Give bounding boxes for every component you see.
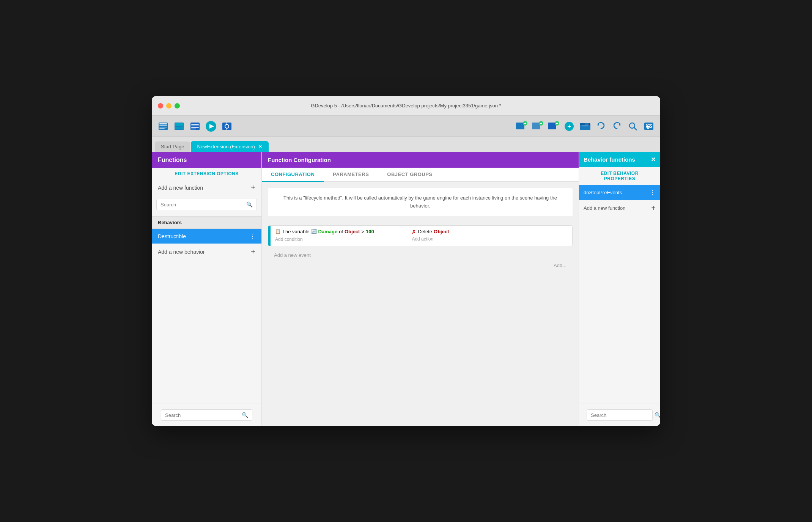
search-input-functions[interactable]: [161, 202, 246, 208]
toolbar-icon-scene[interactable]: [156, 119, 170, 133]
tab-object-groups[interactable]: OBJECT GROUPS: [378, 168, 441, 181]
svg-rect-3: [159, 127, 167, 127]
svg-rect-33: [582, 126, 588, 126]
add-event-link[interactable]: Add a new event: [268, 249, 573, 261]
event-actions: ✗ Delete Object Add action: [407, 226, 572, 246]
condition-var-icon: 📋: [275, 229, 281, 234]
svg-rect-4: [159, 128, 165, 129]
svg-text:+: +: [567, 123, 571, 129]
maximize-window-button[interactable]: [175, 103, 180, 108]
panel-left-footer-search: 🔍: [152, 404, 261, 426]
search-input-behavior-functions[interactable]: [591, 412, 655, 418]
search-icon-functions: 🔍: [246, 201, 253, 208]
add-function-plus-icon: +: [251, 183, 255, 192]
condition-object-text: Object: [345, 229, 360, 234]
behavior-func-menu-icon[interactable]: ⋮: [650, 189, 656, 196]
window-title: GDevelop 5 - /Users/florian/Documents/GD…: [311, 103, 501, 108]
toolbar-redo[interactable]: [610, 119, 624, 133]
minimize-window-button[interactable]: [166, 103, 172, 108]
svg-point-38: [629, 123, 635, 128]
titlebar: GDevelop 5 - /Users/florian/Documents/GD…: [152, 96, 660, 116]
function-config-header: Function Configuration: [262, 152, 579, 168]
event-conditions: 📋 The variable 🔄 Damage of Object > 100 …: [271, 226, 407, 246]
config-tabs: CONFIGURATION PARAMETERS OBJECT GROUPS: [262, 168, 579, 182]
do-step-pre-events-item[interactable]: doStepPreEvents ⋮: [579, 185, 660, 200]
play-button[interactable]: [204, 119, 218, 133]
functions-panel: Functions EDIT EXTENSION OPTIONS Add a n…: [152, 152, 262, 426]
add-condition-link[interactable]: Add condition: [275, 236, 402, 243]
function-config-panel: Function Configuration CONFIGURATION PAR…: [262, 152, 579, 426]
toolbar-preferences[interactable]: [642, 119, 656, 133]
behavior-menu-icon[interactable]: ⋮: [249, 233, 255, 240]
tab-parameters[interactable]: PARAMETERS: [324, 168, 378, 181]
action-object-text: Object: [434, 229, 449, 234]
toolbar-add-scene[interactable]: +: [515, 119, 528, 133]
edit-behavior-properties-link[interactable]: EDIT BEHAVIORPROPERTIES: [579, 167, 660, 185]
events-area: 📋 The variable 🔄 Damage of Object > 100 …: [262, 222, 579, 426]
svg-rect-32: [580, 123, 585, 125]
behavior-functions-panel: Behavior functions ✕ EDIT BEHAVIORPROPER…: [579, 152, 660, 426]
add-behavior-function-row[interactable]: Add a new function +: [579, 200, 660, 216]
tab-close-button[interactable]: ✕: [258, 143, 263, 149]
main-content: Functions EDIT EXTENSION OPTIONS Add a n…: [152, 152, 660, 426]
search-icon-behavior-functions: 🔍: [655, 412, 660, 418]
svg-rect-11: [191, 126, 199, 126]
toolbar: + + + +: [152, 116, 660, 137]
condition-arrow-icon: 🔄: [311, 229, 317, 234]
toolbar-add-resource[interactable]: +: [562, 119, 576, 133]
toolbar-search[interactable]: [626, 119, 640, 133]
close-behavior-panel-button[interactable]: ✕: [651, 156, 656, 163]
action-item[interactable]: ✗ Delete Object: [412, 229, 568, 235]
svg-text:+: +: [540, 121, 542, 126]
svg-rect-6: [175, 123, 183, 126]
tabs-bar: Start Page NewExtension (Extension) ✕: [152, 137, 660, 152]
svg-point-45: [650, 126, 651, 127]
toolbar-icon-layout[interactable]: [172, 119, 186, 133]
panel-right-footer: 🔍: [579, 404, 660, 426]
condition-damage-text: Damage: [318, 229, 338, 234]
toolbar-add-external[interactable]: +: [530, 119, 544, 133]
add-behavior-row[interactable]: Add a new behavior +: [152, 244, 261, 260]
action-delete-icon: ✗: [412, 229, 416, 235]
behavior-functions-header: Behavior functions ✕: [579, 152, 660, 167]
svg-point-44: [647, 124, 648, 126]
search-input-footer-left[interactable]: [165, 412, 242, 418]
tab-start-page[interactable]: Start Page: [155, 142, 190, 152]
functions-panel-header: Functions: [152, 152, 261, 168]
toolbar-icon-debug[interactable]: [220, 119, 234, 133]
search-box-behavior-functions: 🔍: [587, 409, 653, 421]
search-box-footer-left: 🔍: [161, 409, 252, 421]
add-behavior-plus-icon: +: [251, 247, 255, 256]
add-action-link[interactable]: Add action: [412, 236, 568, 242]
toolbar-add-events[interactable]: +: [546, 119, 560, 133]
svg-text:+: +: [524, 121, 526, 126]
toolbar-undo[interactable]: [594, 119, 608, 133]
svg-rect-13: [191, 129, 196, 129]
add-dots-link[interactable]: Add...: [268, 261, 573, 270]
svg-rect-2: [159, 125, 167, 126]
svg-rect-1: [159, 123, 167, 124]
add-behavior-function-plus-icon: +: [651, 204, 656, 212]
svg-point-46: [647, 127, 649, 129]
condition-val-text: 100: [366, 229, 374, 234]
condition-item[interactable]: 📋 The variable 🔄 Damage of Object > 100: [275, 229, 402, 234]
add-function-row[interactable]: Add a new function +: [152, 179, 261, 196]
tab-configuration[interactable]: CONFIGURATION: [262, 168, 324, 182]
lifecycle-notice: This is a "lifecycle method". It will be…: [268, 188, 573, 216]
edit-extension-options-link[interactable]: EDIT EXTENSION OPTIONS: [152, 168, 261, 179]
window-controls: [158, 103, 180, 108]
svg-line-39: [634, 127, 637, 130]
svg-rect-10: [191, 124, 199, 125]
svg-text:+: +: [556, 121, 558, 126]
toolbar-open-project[interactable]: [578, 119, 592, 133]
app-window: GDevelop 5 - /Users/florian/Documents/GD…: [152, 96, 660, 426]
search-icon-footer-left: 🔍: [242, 412, 248, 418]
svg-rect-12: [191, 127, 199, 128]
search-box-functions: 🔍: [156, 199, 257, 210]
toolbar-right-actions: + + + +: [515, 119, 656, 133]
svg-rect-7: [175, 127, 179, 129]
destructible-behavior-item[interactable]: Destructible ⋮: [152, 229, 261, 244]
toolbar-icon-events[interactable]: [188, 119, 202, 133]
tab-extension[interactable]: NewExtension (Extension) ✕: [191, 141, 268, 152]
close-window-button[interactable]: [158, 103, 163, 108]
